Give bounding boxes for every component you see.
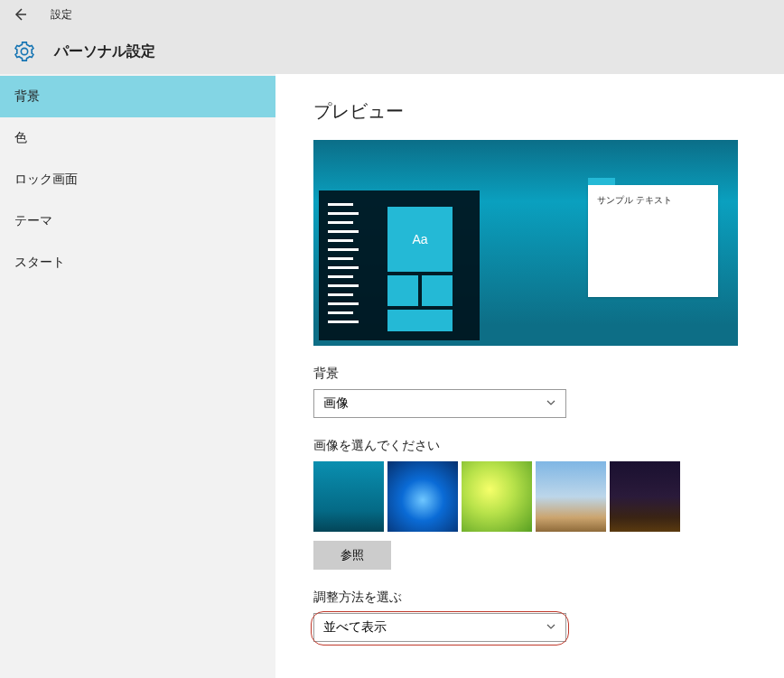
sidebar: 背景 色 ロック画面 テーマ スタート — [0, 74, 275, 678]
sidebar-item-themes[interactable]: テーマ — [0, 200, 275, 242]
sidebar-item-background[interactable]: 背景 — [0, 76, 275, 117]
wide-tile-icon — [387, 310, 453, 331]
fit-select[interactable]: 並べて表示 — [313, 613, 566, 642]
image-thumbnails — [313, 461, 784, 532]
thumb-night-sky[interactable] — [610, 461, 680, 532]
thumb-green-leaf[interactable] — [462, 461, 532, 532]
thumb-beach[interactable] — [536, 461, 606, 532]
sidebar-item-label: ロック画面 — [14, 172, 78, 188]
sidebar-item-start[interactable]: スタート — [0, 242, 275, 283]
choose-image-label: 画像を選んでください — [313, 438, 784, 454]
thumb-underwater[interactable] — [313, 461, 384, 532]
sidebar-item-label: テーマ — [14, 213, 52, 229]
header: パーソナル設定 — [0, 29, 784, 74]
chevron-down-icon — [546, 620, 556, 635]
background-type-select[interactable]: 画像 — [313, 389, 566, 418]
sidebar-item-label: 背景 — [14, 88, 40, 105]
browse-label: 参照 — [341, 547, 364, 563]
select-value: 画像 — [323, 395, 349, 412]
start-list-mock — [328, 203, 368, 330]
window-title: 設定 — [51, 7, 72, 23]
back-arrow-icon — [13, 7, 27, 22]
gear-icon — [14, 42, 34, 61]
start-menu-mock: Aa — [319, 190, 480, 340]
fit-select-annotation: 並べて表示 — [313, 613, 566, 642]
fit-label: 調整方法を選ぶ — [313, 590, 784, 606]
chevron-down-icon — [546, 396, 556, 411]
sidebar-item-colors[interactable]: 色 — [0, 117, 275, 159]
preview-heading: プレビュー — [313, 99, 784, 124]
small-tiles-icon — [387, 275, 456, 306]
sample-window: サンプル テキスト — [588, 185, 718, 297]
titlebar: 設定 — [0, 0, 784, 29]
page-caption: パーソナル設定 — [54, 42, 155, 61]
browse-button[interactable]: 参照 — [313, 541, 391, 570]
background-label: 背景 — [313, 366, 784, 382]
sidebar-item-label: スタート — [14, 255, 65, 271]
background-preview: Aa サンプル テキスト — [313, 140, 738, 346]
back-button[interactable] — [7, 2, 33, 27]
accent-tile-icon: Aa — [387, 207, 453, 272]
sidebar-item-label: 色 — [14, 130, 27, 146]
thumb-windows-light[interactable] — [387, 461, 458, 532]
sidebar-item-lockscreen[interactable]: ロック画面 — [0, 159, 275, 200]
sample-text: サンプル テキスト — [588, 185, 718, 216]
content-pane: プレビュー Aa サンプル テキスト 背景 画像 — [275, 74, 784, 678]
select-value: 並べて表示 — [323, 619, 387, 636]
